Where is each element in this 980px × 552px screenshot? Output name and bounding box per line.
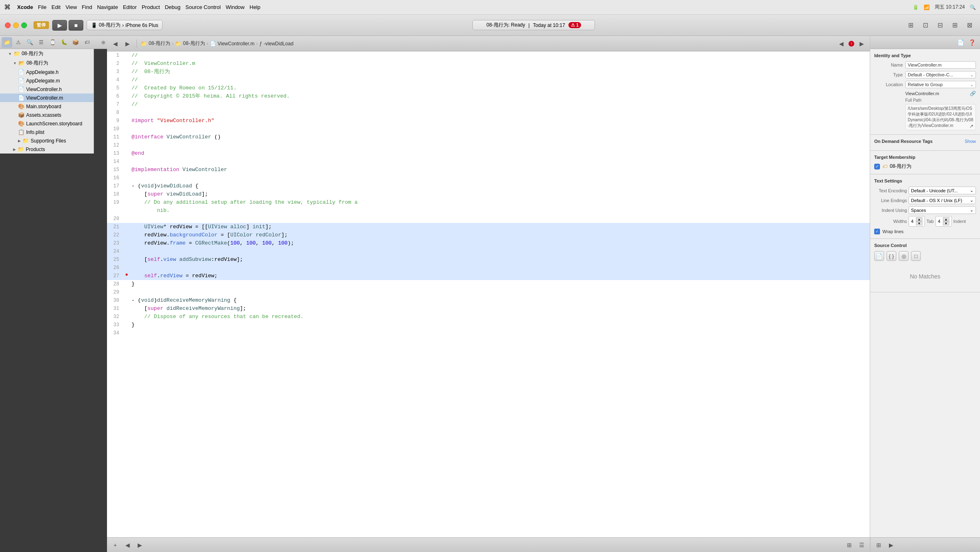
sidebar-item-viewcontroller-m[interactable]: 📄 ViewController.m: [0, 93, 94, 102]
code-line-18: 18 [super viewDidLoad];: [107, 190, 870, 198]
menu-view[interactable]: View: [65, 4, 77, 10]
sidebar-item-main-storyboard[interactable]: 🎨 Main.storyboard: [0, 102, 94, 111]
folder-icon: 📁: [175, 41, 181, 47]
layout-icon-4[interactable]: ⊞: [949, 20, 960, 31]
stepper-up[interactable]: ▲: [943, 217, 949, 221]
filter-icon[interactable]: ⊕: [101, 40, 105, 45]
code-line-8: 8: [107, 109, 870, 117]
history-back-btn[interactable]: ◀: [122, 540, 132, 550]
code-line-31: 31 [super didReceiveMemoryWarning];: [107, 305, 870, 313]
nav-tab-debug[interactable]: 🐛: [59, 37, 69, 48]
menu-product[interactable]: Product: [142, 4, 160, 10]
name-value[interactable]: ViewController.m: [905, 61, 976, 69]
grid-view-btn[interactable]: ⊞: [844, 540, 854, 550]
menu-xcode[interactable]: Xcode: [17, 4, 33, 10]
breadcrumb-item-3[interactable]: 📄 ViewController.m: [210, 41, 254, 47]
layout-icon-3[interactable]: ⊟: [934, 20, 946, 31]
menu-file[interactable]: File: [38, 4, 47, 10]
minimize-button[interactable]: [13, 22, 19, 28]
indent-width-field[interactable]: 4 ▲ ▼: [935, 216, 952, 227]
indent-width-stepper[interactable]: ▲ ▼: [943, 217, 949, 225]
history-forward-btn[interactable]: ▶: [135, 540, 145, 550]
code-editor[interactable]: 1 // 2 // ViewController.m 3 // 08-甩行为 4: [107, 51, 870, 537]
inspector-help-icon[interactable]: ❓: [967, 38, 977, 47]
grid-icon[interactable]: ⊞: [874, 540, 884, 550]
menu-debug[interactable]: Debug: [165, 4, 180, 10]
sidebar-item-root[interactable]: ▼ 📁 08-甩行为: [0, 49, 94, 58]
menu-find[interactable]: Find: [82, 4, 92, 10]
close-button[interactable]: [5, 22, 11, 28]
triangle-icon: ▶: [18, 139, 21, 143]
menu-source-control[interactable]: Source Control: [185, 4, 221, 10]
stepper-up[interactable]: ▲: [916, 217, 922, 221]
inspector-file-icon[interactable]: 📄: [956, 38, 965, 47]
run-button[interactable]: ▶: [52, 20, 67, 31]
sidebar-item-appdelegate-h[interactable]: 📄 AppDelegate.h: [0, 68, 94, 76]
show-button[interactable]: Show: [964, 139, 976, 144]
sidebar-item-appdelegate-m[interactable]: 📄 AppDelegate.m: [0, 76, 94, 85]
sidebar-item-info-plist[interactable]: 📋 Info.plist: [0, 128, 94, 136]
sc-circle-icon[interactable]: ◎: [899, 251, 909, 261]
code-line-2: 2 // ViewController.m: [107, 60, 870, 68]
right-nav-btn[interactable]: ▶: [857, 39, 866, 49]
type-value[interactable]: Default - Objective-C... ⌄: [905, 71, 976, 78]
line-endings-value[interactable]: Default - OS X / Unix (LF) ⌄: [909, 196, 976, 204]
add-file-btn[interactable]: +: [110, 540, 120, 550]
encoding-value[interactable]: Default - Unicode (UT... ⌄: [909, 187, 976, 194]
layout-icon-5[interactable]: ⊠: [964, 20, 975, 31]
sidebar-item-group1[interactable]: ▼ 📂 08-甩行为: [0, 58, 94, 68]
sidebar-item-label: ViewController.h: [26, 87, 62, 92]
menu-navigate[interactable]: Navigate: [97, 4, 118, 10]
error-dot: !: [849, 41, 854, 47]
breadcrumb-item-1[interactable]: 📁 08-甩行为: [141, 40, 170, 47]
pause-badge: 暂停: [33, 21, 49, 29]
identity-type-title: Identity and Type: [874, 53, 976, 58]
layout-icon-1[interactable]: ⊞: [905, 20, 916, 31]
sidebar-item-supporting[interactable]: ▶ 📁 Supporting Files: [0, 136, 94, 145]
layout-icon-2[interactable]: ⊡: [920, 20, 931, 31]
sidebar-item-assets[interactable]: 📦 Assets.xcassets: [0, 111, 94, 119]
scheme-selector[interactable]: 📱 08-甩行为 › iPhone 6s Plus: [87, 20, 163, 30]
back-btn[interactable]: ◀: [110, 39, 120, 49]
stepper-down[interactable]: ▼: [916, 221, 922, 225]
stop-button[interactable]: ■: [69, 20, 83, 31]
location-value[interactable]: Relative to Group ⌄: [905, 81, 976, 88]
tab-width-stepper[interactable]: ▲ ▼: [916, 217, 922, 225]
menu-help[interactable]: Help: [249, 4, 261, 10]
play-icon[interactable]: ▶: [886, 540, 896, 550]
nav-tab-report[interactable]: 🏷: [82, 37, 92, 48]
indent-using-value[interactable]: Spaces ⌄: [909, 206, 976, 214]
left-nav-btn[interactable]: ◀: [836, 39, 846, 49]
code-line-24: 24: [107, 247, 870, 256]
breadcrumb-item-2[interactable]: 📁 08-甩行为: [175, 40, 205, 47]
sidebar-item-viewcontroller-h[interactable]: 📄 ViewController.h: [0, 85, 94, 93]
sidebar-item-products[interactable]: ▶ 📁 Products: [0, 145, 94, 154]
nav-tab-breakpoints[interactable]: 📦: [70, 37, 81, 48]
zoom-button[interactable]: [21, 22, 27, 28]
apple-menu[interactable]: ⌘: [4, 3, 11, 11]
menu-edit[interactable]: Edit: [51, 4, 60, 10]
tab-width-field[interactable]: 4 ▲ ▼: [909, 216, 925, 227]
sc-compare-icon[interactable]: □: [911, 251, 921, 261]
nav-tab-history[interactable]: ⌚: [47, 37, 58, 48]
forward-btn[interactable]: ▶: [122, 39, 132, 49]
list-view-btn[interactable]: ☰: [857, 540, 866, 550]
wrap-lines-checkbox[interactable]: ✓: [874, 229, 880, 234]
sc-doc-icon[interactable]: 📄: [874, 251, 884, 261]
external-link-icon[interactable]: ↗: [969, 123, 973, 130]
title-bar-right: ⊞ ⊡ ⊟ ⊞ ⊠: [905, 20, 975, 31]
nav-tab-list[interactable]: ☰: [36, 37, 47, 48]
nav-tab-warning[interactable]: ⚠: [13, 37, 24, 48]
stepper-down[interactable]: ▼: [943, 221, 949, 225]
search-icon[interactable]: 🔍: [970, 4, 976, 10]
nav-tab-folder[interactable]: 📁: [2, 37, 12, 48]
breadcrumb-item-4[interactable]: ƒ -viewDidLoad: [259, 41, 293, 47]
sc-branch-icon[interactable]: { }: [886, 251, 896, 261]
sidebar-item-launchscreen[interactable]: 🎨 LaunchScreen.storyboard: [0, 119, 94, 128]
menu-window[interactable]: Window: [226, 4, 245, 10]
nav-tab-search[interactable]: 🔍: [24, 37, 35, 48]
file-link-icon[interactable]: 🔗: [970, 91, 976, 96]
target-checkbox[interactable]: ✓: [874, 164, 880, 169]
menu-editor[interactable]: Editor: [123, 4, 137, 10]
tab-label: Tab: [927, 219, 934, 224]
